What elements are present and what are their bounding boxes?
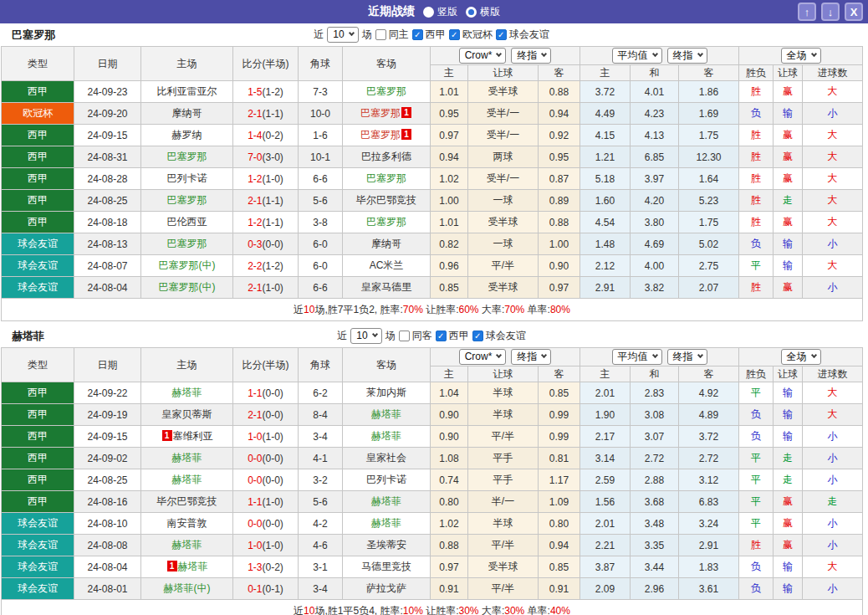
match-row: 球会友谊24-08-07巴塞罗那(中)2-2(1-2)6-0AC米兰0.96平/… — [2, 255, 863, 277]
odds-away-cell: 0.80 — [539, 513, 580, 535]
halftime-score: (0-0) — [263, 409, 283, 421]
avg-away-cell: 1.83 — [679, 556, 739, 578]
radio-label: 横版 — [480, 5, 500, 19]
away-team-cell: 萨拉戈萨 — [343, 578, 431, 600]
same-venue-checkbox[interactable]: 同客 — [399, 329, 432, 343]
avg-draw-cell: 4.01 — [631, 81, 679, 103]
avg-draw-cell: 3.48 — [631, 513, 679, 535]
result-handicap-cell: 走 — [774, 448, 803, 469]
home-team-cell: 巴列卡诺 — [141, 168, 233, 190]
odds-handicap-cell: 受半/一 — [468, 125, 539, 146]
avg-away-cell: 2.07 — [679, 277, 739, 299]
date-cell: 24-08-25 — [74, 469, 141, 491]
chevron-down-icon — [810, 51, 816, 57]
average-odds-select[interactable]: 平均值 — [612, 48, 662, 64]
match-row: 西甲24-08-18巴伦西亚1-2(1-1)3-8巴塞罗那1.01受半球0.88… — [2, 212, 863, 233]
result-handicap-cell: 赢 — [774, 212, 803, 233]
close-button[interactable]: X — [845, 3, 863, 21]
match-count-select[interactable]: 10 — [327, 27, 358, 43]
odds-handicap-cell: 受半球 — [468, 556, 539, 578]
away-team-cell: 巴塞罗那 — [343, 212, 431, 233]
league-checkbox[interactable]: ✓球会友谊 — [496, 28, 549, 42]
odds-source-select[interactable]: Crow* — [459, 349, 507, 365]
home-team-name: 巴塞罗那 — [167, 238, 207, 249]
home-team-cell: 巴塞罗那(中) — [141, 255, 233, 277]
match-row: 西甲24-08-16毕尔巴鄂竞技1-1(1-0)5-6赫塔菲0.80半/一1.0… — [2, 491, 863, 513]
scope-select[interactable]: 全场 — [781, 349, 821, 365]
select-value: 终指 — [517, 351, 537, 362]
league-checkbox[interactable]: ✓欧冠杯 — [449, 28, 493, 42]
layout-radio-vertical[interactable]: 竖版 — [423, 5, 457, 19]
subcol-outcome: 胜负 — [739, 65, 774, 81]
final-odds-select[interactable]: 终指 — [511, 48, 551, 64]
sections-container: 巴塞罗那 近10场同主✓西甲✓欧冠杯✓球会友谊 类型 日期 主场 比分(半场) … — [0, 23, 868, 615]
result-outcome-cell: 负 — [739, 233, 774, 255]
recent-results-table: 类型 日期 主场 比分(半场) 角球 客场 Crow*终指 平均值终指 全场 主… — [1, 46, 863, 321]
corners-cell: 5-6 — [299, 491, 343, 513]
fulltime-score: 1-5 — [248, 86, 262, 98]
league-checkbox[interactable]: ✓西甲 — [412, 28, 446, 42]
move-down-button[interactable]: ↓ — [821, 3, 840, 21]
odds-source-select[interactable]: Crow* — [459, 48, 507, 64]
fulltime-score: 2-1 — [248, 108, 262, 120]
avg-home-cell: 4.54 — [580, 212, 631, 233]
away-team-name: 巴塞罗那1 — [360, 107, 412, 119]
team-text: 巴塞罗那 — [167, 238, 207, 249]
match-row: 球会友谊24-08-041赫塔菲1-3(0-2)3-1马德里竞技0.97受半球0… — [2, 556, 863, 578]
league-checkbox[interactable]: ✓球会友谊 — [472, 329, 526, 343]
fulltime-score: 1-4 — [248, 130, 262, 141]
scope-select[interactable]: 全场 — [781, 48, 821, 64]
corners-cell: 8-4 — [299, 404, 343, 426]
result-goals-cell: 大 — [803, 382, 863, 404]
odds-home-cell: 0.97 — [431, 556, 468, 578]
odds-home-cell: 0.74 — [431, 469, 468, 491]
match-row: 西甲24-09-15赫罗纳1-4(0-2)1-6巴塞罗那10.97受半/一0.9… — [2, 125, 863, 146]
layout-radio-horizontal[interactable]: 横版 — [466, 5, 500, 19]
final-odds-select[interactable]: 终指 — [511, 349, 551, 365]
move-up-button[interactable]: ↑ — [798, 3, 816, 21]
odds-away-cell: 0.94 — [539, 535, 580, 556]
team-text: 皇家社会 — [366, 452, 406, 464]
team-text: 赫塔菲 — [172, 474, 202, 485]
radio-label: 竖版 — [437, 5, 457, 19]
final-odds-select[interactable]: 终指 — [667, 48, 707, 64]
away-team-cell: 巴列卡诺 — [343, 469, 431, 491]
type-cell: 西甲 — [2, 469, 74, 491]
halftime-score: (0-2) — [263, 130, 283, 141]
type-cell: 球会友谊 — [2, 535, 74, 556]
odds-handicap-cell: 受半球 — [468, 81, 539, 103]
avg-away-cell: 3.24 — [679, 513, 739, 535]
result-outcome-cell: 平 — [739, 491, 774, 513]
result-goals-cell: 大 — [803, 255, 863, 277]
halftime-score: (0-0) — [263, 474, 283, 486]
fulltime-score: 1-2 — [248, 217, 262, 228]
average-odds-select[interactable]: 平均值 — [612, 349, 662, 365]
team-text: 摩纳哥 — [172, 107, 202, 119]
home-team-name: 巴塞罗那(中) — [159, 259, 216, 271]
match-count-select[interactable]: 10 — [350, 328, 381, 344]
league-checkbox[interactable]: ✓西甲 — [436, 329, 469, 343]
final-odds-select[interactable]: 终指 — [667, 349, 707, 365]
home-team-name: 巴塞罗那 — [167, 151, 207, 162]
odds-home-cell: 0.80 — [431, 491, 468, 513]
chevron-down-icon — [496, 352, 502, 358]
team-text: 巴列卡诺 — [167, 172, 207, 184]
chevron-down-icon — [372, 331, 378, 337]
odds-away-cell: 0.81 — [539, 448, 580, 469]
checkbox-checked-icon: ✓ — [436, 331, 447, 341]
corners-cell: 3-1 — [299, 556, 343, 578]
summary-segment: 70% — [504, 304, 524, 315]
team-text: 皇家马德里 — [361, 281, 411, 293]
date-cell: 24-08-18 — [74, 212, 141, 233]
avg-draw-cell: 4.00 — [631, 255, 679, 277]
avg-away-cell: 3.61 — [679, 578, 739, 600]
home-team-cell: 赫塔菲 — [141, 535, 233, 556]
odds-away-cell: 1.09 — [539, 491, 580, 513]
subcol-outcome: 胜负 — [739, 366, 774, 382]
match-row: 球会友谊24-08-08赫塔菲1-0(1-0)4-6圣埃蒂安0.88平/半0.9… — [2, 535, 863, 556]
fulltime-score: 0-0 — [248, 453, 262, 464]
same-venue-checkbox[interactable]: 同主 — [375, 28, 409, 42]
result-handicap-cell: 输 — [774, 404, 803, 426]
avg-draw-cell: 3.82 — [631, 277, 679, 299]
fulltime-score: 1-2 — [248, 173, 262, 185]
